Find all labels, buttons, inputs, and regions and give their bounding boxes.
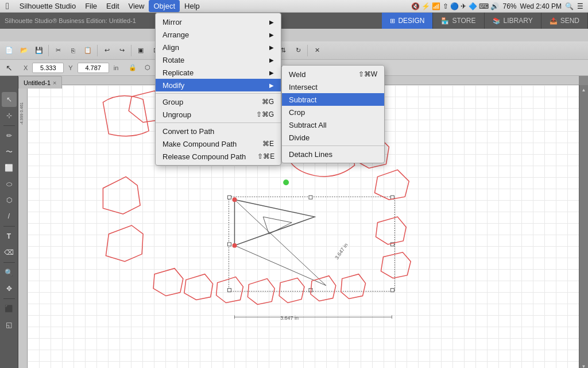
weld-shortcut: ⇧⌘W (358, 70, 377, 78)
undo-btn[interactable]: ↩ (100, 44, 114, 57)
scroll-up-icon[interactable]: ▲ (582, 87, 586, 93)
release-compound-shortcut: ⇧⌘E (257, 152, 274, 160)
copy-btn[interactable]: ⎘ (66, 44, 80, 57)
submenu-divide-label: Divide (289, 133, 310, 142)
doc-tab-close[interactable]: × (53, 79, 56, 86)
app-title-text: Silhouette Studio® Business Edition: Unt… (5, 17, 136, 24)
ruler-left: -4.999 0.461 (18, 85, 28, 368)
poly-tool-btn[interactable]: ⬡ (2, 193, 17, 208)
submenu-detach-lines[interactable]: Detach Lines (282, 148, 384, 160)
svg-marker-34 (311, 276, 336, 301)
scroll-down-icon[interactable]: ▼ (582, 364, 586, 368)
submenu-divide[interactable]: Divide (282, 131, 384, 144)
menu-align[interactable]: Align ▶ (156, 41, 281, 53)
y-input[interactable] (78, 63, 109, 73)
store-icon: 🏪 (441, 17, 449, 25)
tab-design[interactable]: ⊞ DESIGN (382, 13, 433, 29)
open-btn[interactable]: 📂 (17, 44, 31, 57)
rect-tool-btn[interactable]: ⬜ (2, 160, 17, 175)
submenu-weld[interactable]: Weld ⇧⌘W (282, 68, 384, 80)
menu-convert-path[interactable]: Convert to Path (156, 125, 281, 137)
svg-marker-33 (279, 278, 304, 303)
save-btn[interactable]: 💾 (32, 44, 46, 57)
svg-point-20 (232, 243, 237, 248)
zoom-tool-btn[interactable]: 🔍 (2, 265, 17, 280)
node-tool-btn[interactable]: ⊹ (2, 108, 17, 123)
delete-btn[interactable]: ✕ (310, 44, 324, 57)
menu-release-compound-label: Release Compound Path (163, 152, 246, 161)
replicate-arrow: ▶ (269, 70, 274, 76)
object-dropdown-menu: Mirror ▶ Arrange ▶ Align ▶ Rotate ▶ Repl… (155, 13, 281, 166)
lock-ratio-btn[interactable]: 🔒 (126, 61, 140, 75)
menu-file[interactable]: File (80, 0, 102, 12)
rotate-btn[interactable]: ↻ (291, 44, 305, 57)
notification-icon[interactable]: ☰ (577, 2, 583, 10)
unit-label: in (113, 64, 120, 71)
menu-help[interactable]: Help (180, 0, 204, 12)
menu-object[interactable]: Object (149, 0, 180, 12)
send-icon: 📤 (550, 17, 558, 25)
submenu-intersect[interactable]: Intersect (282, 80, 384, 93)
svg-rect-18 (390, 289, 394, 292)
text-tool-btn[interactable]: T (2, 229, 17, 244)
svg-marker-28 (375, 170, 409, 200)
eraser-tool-btn[interactable]: ⌫ (2, 245, 17, 260)
menu-make-compound[interactable]: Make Compound Path ⌘E (156, 137, 281, 150)
sep1 (48, 45, 49, 56)
submenu-crop[interactable]: Crop (282, 106, 384, 118)
menu-ungroup[interactable]: Ungroup ⇧⌘G (156, 108, 281, 121)
new-btn[interactable]: 📄 (2, 44, 16, 57)
cut-btn[interactable]: ✂ (51, 44, 65, 57)
menu-edit[interactable]: Edit (102, 0, 123, 12)
doc-tab[interactable]: Untitled-1 × (18, 76, 62, 89)
svg-line-9 (234, 246, 326, 286)
pencil-tool-btn[interactable]: ✏ (2, 128, 17, 143)
menu-app[interactable]: Silhouette Studio (15, 0, 80, 12)
menu-arrange-label: Arrange (163, 30, 189, 39)
fill-color-btn[interactable]: ⬛ (2, 301, 17, 316)
svg-marker-7 (234, 200, 314, 246)
pan-tool-btn[interactable]: ✥ (2, 281, 17, 296)
tab-send[interactable]: 📤 SEND (541, 13, 588, 29)
arrow-tool-sm[interactable]: ↖ (2, 61, 16, 75)
menu-modify[interactable]: Modify ▶ (156, 79, 281, 91)
spotlight-icon[interactable]: 🔍 (565, 2, 574, 10)
rotate-arrow: ▶ (269, 57, 274, 63)
menu-group[interactable]: Group ⌘G (156, 95, 281, 108)
menu-release-compound[interactable]: Release Compound Path ⇧⌘E (156, 150, 281, 163)
sep6 (307, 45, 308, 56)
line-tool-btn[interactable]: / (2, 209, 17, 224)
menu-replicate[interactable]: Replicate ▶ (156, 66, 281, 79)
menu-rotate[interactable]: Rotate ▶ (156, 53, 281, 66)
svg-point-19 (232, 197, 237, 202)
transform-btn[interactable]: ⬡ (141, 61, 154, 75)
doc-tab-label: Untitled-1 (24, 79, 51, 86)
x-input[interactable] (32, 63, 64, 73)
submenu-subtract[interactable]: Subtract (282, 93, 384, 106)
tab-store[interactable]: 🏪 STORE (433, 13, 484, 29)
svg-marker-37 (381, 252, 411, 278)
apple-menu[interactable]:  (0, 0, 15, 12)
stroke-color-btn[interactable]: ◱ (2, 317, 17, 332)
menu-mirror[interactable]: Mirror ▶ (156, 16, 281, 28)
bezier-tool-btn[interactable]: 〜 (2, 144, 17, 159)
menu-arrange[interactable]: Arrange ▶ (156, 28, 281, 41)
tab-design-label: DESIGN (398, 17, 424, 25)
arrange-arrow: ▶ (269, 32, 274, 38)
paste-btn[interactable]: 📋 (81, 44, 95, 57)
svg-point-21 (283, 179, 289, 185)
submenu-subtract-all[interactable]: Subtract All (282, 118, 384, 131)
redo-btn[interactable]: ↪ (115, 44, 129, 57)
sep2 (97, 45, 98, 56)
align-arrow: ▶ (269, 44, 274, 51)
select-tool-btn[interactable]: ↖ (2, 92, 17, 107)
tab-library[interactable]: 📚 LIBRARY (485, 13, 541, 29)
tool-sep3 (3, 262, 15, 263)
menu-view[interactable]: View (124, 0, 149, 12)
submenu-subtract-label: Subtract (289, 95, 316, 104)
tab-store-label: STORE (452, 17, 475, 25)
group-btn[interactable]: ▣ (134, 44, 148, 57)
ungroup-shortcut: ⇧⌘G (256, 110, 274, 118)
menu-sep2 (156, 122, 281, 123)
ellipse-tool-btn[interactable]: ⬭ (2, 177, 17, 191)
